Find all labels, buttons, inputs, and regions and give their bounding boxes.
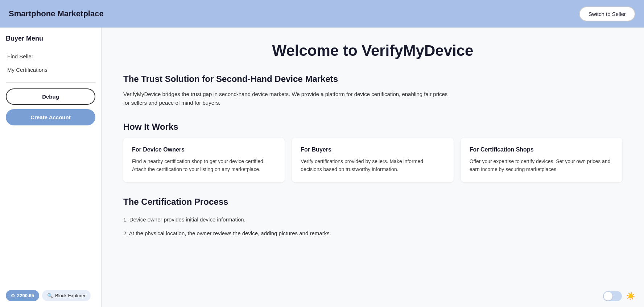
- sidebar-divider: [6, 82, 95, 83]
- sidebar-item-find-seller[interactable]: Find Seller: [6, 50, 95, 63]
- cert-process-step-2: 2. At the physical location, the owner r…: [123, 227, 622, 241]
- cert-process-step-1: 1. Device owner provides initial device …: [123, 213, 622, 227]
- trust-section: The Trust Solution for Second-Hand Devic…: [123, 74, 622, 107]
- debug-button[interactable]: Debug: [6, 88, 95, 105]
- balance-value: 2290.65: [17, 293, 34, 298]
- block-explorer-label: Block Explorer: [55, 293, 86, 298]
- card-cert-shops-title: For Certification Shops: [470, 146, 614, 153]
- bottom-right-controls: ☀️: [603, 291, 635, 301]
- sidebar: Buyer Menu Find Seller My Certifications…: [0, 28, 102, 307]
- trust-section-description: VerifyMyDevice bridges the trust gap in …: [123, 90, 450, 107]
- welcome-title: Welcome to VerifyMyDevice: [123, 42, 622, 59]
- cards-row: For Device Owners Find a nearby certific…: [123, 138, 622, 182]
- app-header: Smartphone Marketplace Switch to Seller: [0, 0, 644, 28]
- card-device-owners-text: Find a nearby certification shop to get …: [132, 157, 276, 174]
- card-device-owners: For Device Owners Find a nearby certific…: [123, 138, 285, 182]
- how-it-works-title: How It Works: [123, 122, 622, 132]
- main-content: Welcome to VerifyMyDevice The Trust Solu…: [102, 28, 644, 307]
- block-explorer-button[interactable]: 🔍 Block Explorer: [42, 290, 91, 301]
- toggle-knob: [604, 292, 612, 300]
- card-cert-shops: For Certification Shops Offer your exper…: [461, 138, 622, 182]
- cert-process-title: The Certification Process: [123, 197, 622, 207]
- card-cert-shops-text: Offer your expertise to certify devices.…: [470, 157, 614, 174]
- sidebar-menu-label: Buyer Menu: [6, 35, 95, 42]
- trust-section-title: The Trust Solution for Second-Hand Devic…: [123, 74, 622, 84]
- cert-process-list: 1. Device owner provides initial device …: [123, 213, 622, 241]
- balance-icon: ⊙: [11, 293, 15, 298]
- switch-to-seller-button[interactable]: Switch to Seller: [579, 7, 635, 21]
- sidebar-footer: ⊙ 2290.65 🔍 Block Explorer: [6, 290, 95, 301]
- sidebar-item-my-certifications[interactable]: My Certifications: [6, 63, 95, 76]
- card-buyers: For Buyers Verify certifications provide…: [292, 138, 453, 182]
- card-device-owners-title: For Device Owners: [132, 146, 276, 153]
- theme-toggle[interactable]: [603, 291, 622, 301]
- cert-process-section: The Certification Process 1. Device owne…: [123, 197, 622, 241]
- card-buyers-text: Verify certifications provided by seller…: [301, 157, 445, 174]
- create-account-button[interactable]: Create Account: [6, 109, 95, 125]
- how-it-works-section: How It Works For Device Owners Find a ne…: [123, 122, 622, 182]
- card-buyers-title: For Buyers: [301, 146, 445, 153]
- body-layout: Buyer Menu Find Seller My Certifications…: [0, 28, 644, 307]
- balance-badge[interactable]: ⊙ 2290.65: [6, 290, 39, 301]
- sun-icon[interactable]: ☀️: [626, 292, 635, 300]
- search-icon: 🔍: [47, 293, 53, 298]
- app-title: Smartphone Marketplace: [9, 9, 104, 18]
